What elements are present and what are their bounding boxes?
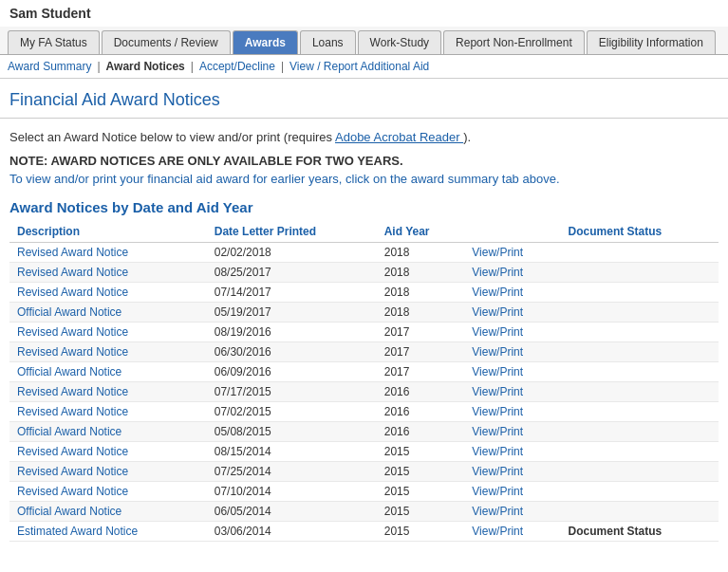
table-row: Revised Award Notice06/30/20162017View/P… (9, 342, 719, 362)
row-action[interactable]: View/Print (464, 283, 560, 303)
table-row: Official Award Notice06/09/20162017View/… (9, 362, 719, 382)
row-date: 02/02/2018 (207, 243, 377, 263)
sub-nav-item-view---report-additional-aid[interactable]: View / Report Additional Aid (289, 60, 429, 73)
row-action[interactable]: View/Print (464, 522, 560, 542)
row-aid-year: 2015 (377, 502, 465, 522)
row-status: Document Status (561, 522, 719, 542)
row-status (561, 502, 719, 522)
nav-tab-eligibility-information[interactable]: Eligibility Information (587, 30, 716, 54)
row-description[interactable]: Revised Award Notice (9, 283, 207, 303)
row-date: 05/19/2017 (207, 303, 377, 323)
table-row: Estimated Award Notice03/06/20142015View… (9, 522, 719, 542)
row-aid-year: 2016 (377, 382, 465, 402)
table-header-3 (464, 221, 560, 243)
row-description[interactable]: Revised Award Notice (9, 382, 207, 402)
row-description[interactable]: Revised Award Notice (9, 442, 207, 462)
row-description[interactable]: Revised Award Notice (9, 462, 207, 482)
row-status (561, 303, 719, 323)
nav-tab-work-study[interactable]: Work-Study (358, 30, 441, 54)
table-row: Revised Award Notice02/02/20182018View/P… (9, 243, 719, 263)
row-description[interactable]: Revised Award Notice (9, 323, 207, 342)
row-status (561, 362, 719, 382)
row-action[interactable]: View/Print (464, 462, 560, 482)
row-date: 07/02/2015 (207, 402, 377, 422)
row-aid-year: 2015 (377, 522, 465, 542)
section-title: Award Notices by Date and Aid Year (9, 199, 719, 215)
table-row: Official Award Notice06/05/20142015View/… (9, 502, 719, 522)
row-status (561, 482, 719, 502)
row-date: 06/09/2016 (207, 362, 377, 382)
row-date: 06/30/2016 (207, 342, 377, 362)
row-date: 05/08/2015 (207, 422, 377, 442)
user-name: Sam Student (9, 6, 91, 21)
sub-nav-item-award-summary[interactable]: Award Summary (8, 60, 91, 73)
row-date: 07/14/2017 (207, 283, 377, 303)
row-description[interactable]: Revised Award Notice (9, 263, 207, 283)
table-row: Revised Award Notice08/15/20142015View/P… (9, 442, 719, 462)
row-status (561, 342, 719, 362)
table-row: Revised Award Notice08/25/20172018View/P… (9, 263, 719, 283)
row-aid-year: 2018 (377, 243, 465, 263)
select-text: Select an Award Notice below to view and… (9, 130, 719, 144)
table-row: Revised Award Notice08/19/20162017View/P… (9, 323, 719, 342)
nav-tab-report-non-enrollment[interactable]: Report Non-Enrollment (443, 30, 585, 54)
row-action[interactable]: View/Print (464, 323, 560, 342)
row-action[interactable]: View/Print (464, 303, 560, 323)
row-aid-year: 2015 (377, 482, 465, 502)
row-description[interactable]: Revised Award Notice (9, 342, 207, 362)
row-status (561, 402, 719, 422)
row-description[interactable]: Revised Award Notice (9, 402, 207, 422)
table-header-4: Document Status (561, 221, 719, 243)
row-description[interactable]: Official Award Notice (9, 422, 207, 442)
table-row: Revised Award Notice07/17/20152016View/P… (9, 382, 719, 402)
row-aid-year: 2015 (377, 462, 465, 482)
row-description[interactable]: Estimated Award Notice (9, 522, 207, 542)
row-date: 08/25/2017 (207, 263, 377, 283)
acrobat-link[interactable]: Adobe Acrobat Reader (335, 130, 463, 144)
nav-tab-awards[interactable]: Awards (233, 30, 298, 54)
row-description[interactable]: Official Award Notice (9, 362, 207, 382)
row-action[interactable]: View/Print (464, 263, 560, 283)
row-date: 08/15/2014 (207, 442, 377, 462)
row-description[interactable]: Official Award Notice (9, 502, 207, 522)
row-action[interactable]: View/Print (464, 243, 560, 263)
row-action[interactable]: View/Print (464, 502, 560, 522)
user-name-bar: Sam Student (0, 0, 728, 27)
row-aid-year: 2018 (377, 283, 465, 303)
row-action[interactable]: View/Print (464, 342, 560, 362)
sub-nav: Award Summary|Award Notices|Accept/Decli… (0, 55, 728, 79)
sub-nav-item-award-notices: Award Notices (106, 60, 185, 73)
table-row: Official Award Notice05/08/20152016View/… (9, 422, 719, 442)
row-aid-year: 2017 (377, 323, 465, 342)
row-action[interactable]: View/Print (464, 442, 560, 462)
nav-tab-my-fa-status[interactable]: My FA Status (8, 30, 100, 54)
row-aid-year: 2018 (377, 303, 465, 323)
row-date: 08/19/2016 (207, 323, 377, 342)
table-row: Revised Award Notice07/10/20142015View/P… (9, 482, 719, 502)
row-date: 03/06/2014 (207, 522, 377, 542)
row-status (561, 462, 719, 482)
row-action[interactable]: View/Print (464, 362, 560, 382)
table-row: Revised Award Notice07/02/20152016View/P… (9, 402, 719, 422)
row-aid-year: 2016 (377, 422, 465, 442)
row-action[interactable]: View/Print (464, 422, 560, 442)
row-action[interactable]: View/Print (464, 402, 560, 422)
row-status (561, 382, 719, 402)
sub-nav-sep: | (97, 60, 100, 73)
sub-nav-item-accept-decline[interactable]: Accept/Decline (199, 60, 275, 73)
row-description[interactable]: Revised Award Notice (9, 482, 207, 502)
row-status (561, 243, 719, 263)
row-date: 07/25/2014 (207, 462, 377, 482)
nav-tab-documents---review[interactable]: Documents / Review (102, 30, 231, 54)
table-row: Revised Award Notice07/25/20142015View/P… (9, 462, 719, 482)
row-action[interactable]: View/Print (464, 482, 560, 502)
note-info: To view and/or print your financial aid … (9, 172, 719, 186)
table-header-0: Description (9, 221, 207, 243)
nav-tabs: My FA StatusDocuments / ReviewAwardsLoan… (0, 27, 728, 55)
row-status (561, 323, 719, 342)
row-description[interactable]: Official Award Notice (9, 303, 207, 323)
row-description[interactable]: Revised Award Notice (9, 243, 207, 263)
nav-tab-loans[interactable]: Loans (300, 30, 356, 54)
sub-nav-sep: | (191, 60, 194, 73)
row-action[interactable]: View/Print (464, 382, 560, 402)
